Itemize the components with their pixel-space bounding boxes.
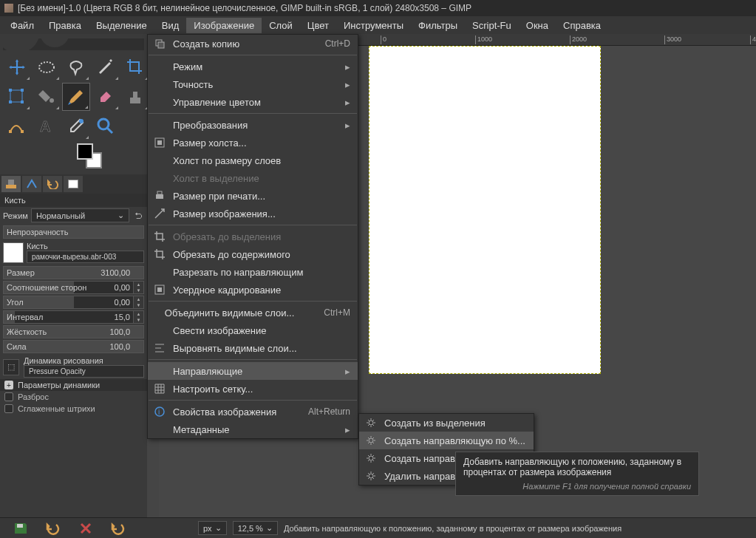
svg-rect-15 — [6, 185, 16, 188]
svg-rect-3 — [21, 89, 24, 92]
menu-edit[interactable]: Правка — [41, 18, 89, 33]
menu-item[interactable]: Создать из выделения — [359, 414, 534, 432]
menu-item[interactable]: Создать копиюCtrl+D — [148, 35, 358, 52]
menu-help[interactable]: Справка — [556, 18, 608, 33]
ratio-slider[interactable]: Соотношение сторон0,00▲▼ — [3, 281, 144, 294]
menu-item-label: Выровнять видимые слои... — [173, 343, 350, 354]
opacity-slider[interactable]: Непрозрачность — [3, 225, 144, 239]
force-slider[interactable]: Сила100,0▲▼ — [3, 340, 144, 353]
spacing-slider[interactable]: Интервал15,0▲▼ — [3, 310, 144, 324]
menu-item[interactable]: Выровнять видимые слои... — [148, 339, 358, 357]
tool-bucket[interactable] — [33, 83, 61, 111]
menu-item[interactable]: Размер изображения... — [148, 205, 358, 222]
menu-item-label: Холст в выделение — [173, 173, 350, 184]
tool-transform[interactable] — [3, 83, 31, 111]
blank-icon — [154, 266, 166, 278]
menu-item-label: Объединить видимые слои... — [165, 307, 295, 319]
menu-item[interactable]: Обрезать до содержимого — [148, 245, 358, 263]
tool-paintbrush[interactable] — [62, 83, 90, 111]
menu-item[interactable]: Создать направляющую по %... — [359, 432, 534, 449]
menu-item[interactable]: Режим▸ — [148, 58, 358, 75]
unit-combo[interactable]: px⌄ — [198, 521, 227, 535]
menu-item[interactable]: Усердное кадрирование — [148, 281, 358, 299]
tool-eraser[interactable] — [92, 83, 120, 111]
sb-delete-icon[interactable] — [77, 520, 95, 537]
jitter-checkbox[interactable]: Разброс — [0, 391, 147, 403]
menu-item[interactable]: Свести изображение — [148, 321, 358, 339]
svg-rect-17 — [17, 524, 23, 528]
menu-scriptfu[interactable]: Script-Fu — [465, 18, 519, 33]
blank-icon — [154, 61, 166, 72]
brush-name-combo[interactable]: рамочки-вырезы.abr-003 — [27, 251, 144, 263]
menu-windows[interactable]: Окна — [519, 18, 556, 33]
menu-item[interactable]: Разрезать по направляющим — [148, 263, 358, 281]
tool-fuzzy-select[interactable] — [92, 53, 120, 81]
menu-item-label: Создать копию — [173, 38, 296, 50]
menu-item[interactable]: Размер при печати... — [148, 187, 358, 205]
menu-view[interactable]: Вид — [154, 18, 187, 33]
menu-item[interactable]: iСвойства изображенияAlt+Return — [148, 403, 358, 420]
tab-device-status[interactable] — [22, 176, 41, 192]
menu-item[interactable]: Размер холста... — [148, 134, 358, 151]
canvas[interactable] — [369, 46, 601, 374]
tool-zoom[interactable] — [92, 112, 120, 140]
submenu-arrow-icon: ▸ — [345, 120, 350, 131]
blank-icon — [154, 307, 157, 319]
smooth-checkbox[interactable]: Сглаженные штрихи — [0, 403, 147, 415]
svg-point-12 — [79, 119, 84, 123]
crop-icon — [154, 231, 166, 242]
svg-rect-16 — [8, 180, 14, 185]
menu-filters[interactable]: Фильтры — [411, 18, 465, 33]
menu-color[interactable]: Цвет — [300, 18, 336, 33]
color-swatches[interactable] — [77, 143, 109, 170]
hardness-slider[interactable]: Жёсткость100,0▲▼ — [3, 325, 144, 338]
menu-item[interactable]: Направляющие▸ — [148, 362, 358, 380]
dynamics-combo[interactable]: Pressure Opacity — [24, 365, 144, 378]
brush-preview[interactable] — [3, 242, 24, 263]
menu-item[interactable]: Настроить сетку... — [148, 380, 358, 398]
tool-color-picker[interactable] — [62, 112, 90, 140]
mode-combo[interactable]: Нормальный⌄ — [31, 208, 129, 222]
zoom-combo[interactable]: 12,5 %⌄ — [233, 521, 278, 535]
svg-point-6 — [50, 98, 54, 103]
toolbox: A — [0, 34, 147, 174]
submenu-arrow-icon: ▸ — [345, 97, 350, 108]
menu-layer[interactable]: Слой — [262, 18, 300, 33]
tool-move[interactable] — [3, 53, 31, 81]
svg-rect-9 — [9, 130, 12, 133]
menu-item[interactable]: Управление цветом▸ — [148, 93, 358, 111]
svg-text:A: A — [40, 118, 50, 134]
tool-text[interactable]: A — [33, 112, 61, 140]
tab-images[interactable] — [64, 176, 83, 192]
menu-image[interactable]: Изображение — [186, 18, 262, 33]
menu-file[interactable]: Файл — [3, 18, 41, 33]
tool-lasso[interactable] — [62, 53, 90, 81]
sb-save-icon[interactable] — [12, 520, 30, 537]
tab-undo-history[interactable] — [43, 176, 62, 192]
dynamics-params-expander[interactable]: +Параметры динамики — [0, 379, 147, 391]
menu-item[interactable]: Метаданные▸ — [148, 420, 358, 438]
window-titlebar: [Без имени]-1.0 (Цвета RGB 8 бит, нелине… — [0, 0, 756, 16]
angle-slider[interactable]: Угол0,00▲▼ — [3, 296, 144, 309]
tool-clone[interactable] — [121, 83, 149, 111]
menu-select[interactable]: Выделение — [89, 18, 154, 33]
menu-item[interactable]: Преобразования▸ — [148, 116, 358, 134]
zeal-icon — [154, 284, 166, 296]
foreground-color[interactable] — [77, 143, 93, 160]
sb-reset-icon[interactable] — [109, 520, 127, 537]
dynamics-icon[interactable]: ⬚ — [3, 359, 19, 375]
tool-crop[interactable] — [121, 53, 149, 81]
size-slider[interactable]: Размер3100,00▲▼ — [3, 266, 144, 279]
sb-revert-icon[interactable] — [44, 520, 62, 537]
menu-item[interactable]: Холст по размеру слоев — [148, 151, 358, 169]
svg-rect-5 — [21, 101, 24, 103]
dup-icon — [154, 38, 166, 50]
tab-tool-options[interactable] — [1, 176, 21, 192]
menu-tools[interactable]: Инструменты — [336, 18, 411, 33]
tool-ellipse-select[interactable] — [33, 53, 61, 81]
menu-item-label: Размер при печати... — [173, 191, 350, 202]
tool-path[interactable] — [3, 112, 31, 140]
svg-text:i: i — [158, 408, 160, 416]
menu-item[interactable]: Объединить видимые слои...Ctrl+M — [148, 304, 358, 321]
menu-item[interactable]: Точность▸ — [148, 75, 358, 93]
